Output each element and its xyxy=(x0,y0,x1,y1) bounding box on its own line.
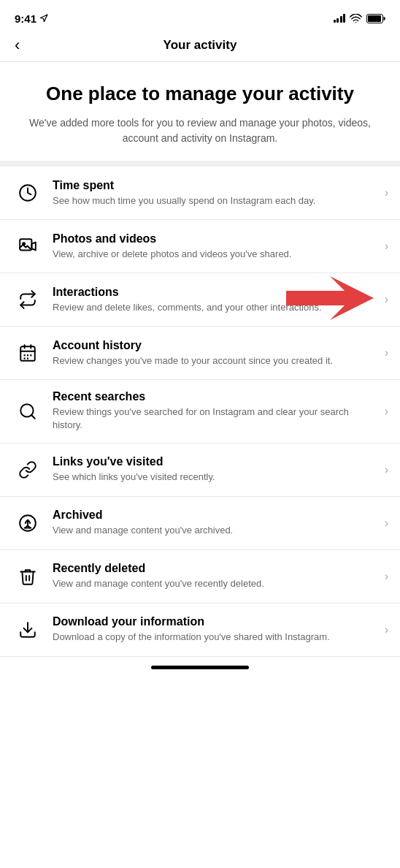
menu-text-interactions: Interactions Review and delete likes, co… xyxy=(53,286,379,314)
status-icons xyxy=(334,14,386,23)
menu-text-recently-deleted: Recently deleted View and manage content… xyxy=(53,562,379,590)
time-text: 9:41 xyxy=(15,12,36,25)
svg-rect-17 xyxy=(27,358,28,359)
menu-item-links-visited[interactable]: Links you've visited See which links you… xyxy=(0,443,400,497)
chevron-icon: › xyxy=(385,517,388,530)
page-title: Your activity xyxy=(164,38,237,53)
svg-marker-0 xyxy=(41,15,48,22)
menu-desc: View and manage content you've recently … xyxy=(53,577,379,590)
back-button[interactable]: ‹ xyxy=(12,33,23,58)
menu-item-recently-deleted[interactable]: Recently deleted View and manage content… xyxy=(0,550,400,604)
svg-rect-13 xyxy=(24,354,26,356)
menu-label: Account history xyxy=(53,339,379,352)
interactions-icon xyxy=(12,283,44,316)
menu-desc: View and manage content you've archived. xyxy=(53,524,379,537)
svg-rect-14 xyxy=(27,354,28,356)
navigation-icon xyxy=(39,14,48,23)
menu-text-recent-searches: Recent searches Review things you've sea… xyxy=(53,390,379,432)
chevron-icon: › xyxy=(385,405,388,418)
menu-text-time-spent: Time spent See how much time you usually… xyxy=(53,179,379,208)
hero-subtitle: We've added more tools for you to review… xyxy=(23,115,377,146)
svg-marker-6 xyxy=(31,243,35,251)
svg-rect-16 xyxy=(24,358,26,359)
chevron-icon: › xyxy=(385,570,388,583)
signal-icon xyxy=(334,14,346,23)
search-icon xyxy=(12,395,44,427)
menu-label: Time spent xyxy=(53,179,379,192)
chevron-icon: › xyxy=(385,293,388,306)
calendar-icon xyxy=(12,337,44,369)
menu-text-links-visited: Links you've visited See which links you… xyxy=(53,455,379,484)
chevron-icon: › xyxy=(385,623,388,636)
chevron-icon: › xyxy=(385,186,388,199)
menu-label: Photos and videos xyxy=(53,232,379,245)
menu-desc: Download a copy of the information you'v… xyxy=(53,631,379,644)
menu-text-photos-videos: Photos and videos View, archive or delet… xyxy=(53,232,379,261)
menu-label: Recent searches xyxy=(53,390,379,403)
chevron-icon: › xyxy=(385,346,388,359)
clock-icon xyxy=(12,177,44,209)
menu-label: Recently deleted xyxy=(53,562,379,575)
battery-icon xyxy=(366,14,385,23)
menu-desc: See how much time you usually spend on I… xyxy=(53,194,379,208)
status-bar: 9:41 xyxy=(0,0,400,32)
menu-desc: Review things you've searched for on Ins… xyxy=(53,406,379,432)
wifi-icon xyxy=(350,14,362,23)
menu-desc: View, archive or delete photos and video… xyxy=(53,248,379,261)
menu-desc: Review and delete likes, comments, and y… xyxy=(53,301,379,314)
archived-icon xyxy=(12,507,44,539)
svg-rect-15 xyxy=(30,354,31,356)
hero-title: One place to manage your activity xyxy=(23,83,377,105)
svg-point-1 xyxy=(355,22,356,23)
download-icon xyxy=(12,614,44,646)
link-icon xyxy=(12,454,44,486)
chevron-icon: › xyxy=(385,463,388,476)
menu-desc: Review changes you've made to your accou… xyxy=(53,354,379,368)
home-bar xyxy=(151,666,249,669)
menu-item-recent-searches[interactable]: Recent searches Review things you've sea… xyxy=(0,380,400,443)
menu-label: Archived xyxy=(53,509,379,522)
menu-item-download-info[interactable]: Download your information Download a cop… xyxy=(0,604,400,657)
menu-item-time-spent[interactable]: Time spent See how much time you usually… xyxy=(0,167,400,220)
menu-label: Interactions xyxy=(53,286,379,299)
menu-desc: See which links you've visited recently. xyxy=(53,471,379,484)
svg-line-19 xyxy=(31,415,35,419)
menu-label: Download your information xyxy=(53,615,379,628)
menu-text-download-info: Download your information Download a cop… xyxy=(53,615,379,644)
trash-icon xyxy=(12,560,44,593)
svg-rect-3 xyxy=(368,15,381,22)
chevron-icon: › xyxy=(385,240,388,253)
menu-item-photos-videos[interactable]: Photos and videos View, archive or delet… xyxy=(0,220,400,273)
nav-bar: ‹ Your activity xyxy=(0,32,400,62)
menu-list: Time spent See how much time you usually… xyxy=(0,167,400,656)
menu-label: Links you've visited xyxy=(53,455,379,468)
hero-section: One place to manage your activity We've … xyxy=(0,62,400,167)
menu-text-archived: Archived View and manage content you've … xyxy=(53,509,379,537)
status-time: 9:41 xyxy=(15,12,48,25)
photos-icon xyxy=(12,230,44,262)
menu-item-account-history[interactable]: Account history Review changes you've ma… xyxy=(0,327,400,380)
menu-text-account-history: Account history Review changes you've ma… xyxy=(53,339,379,368)
menu-item-interactions[interactable]: Interactions Review and delete likes, co… xyxy=(0,273,400,327)
home-indicator xyxy=(0,657,400,675)
menu-item-archived[interactable]: Archived View and manage content you've … xyxy=(0,497,400,550)
